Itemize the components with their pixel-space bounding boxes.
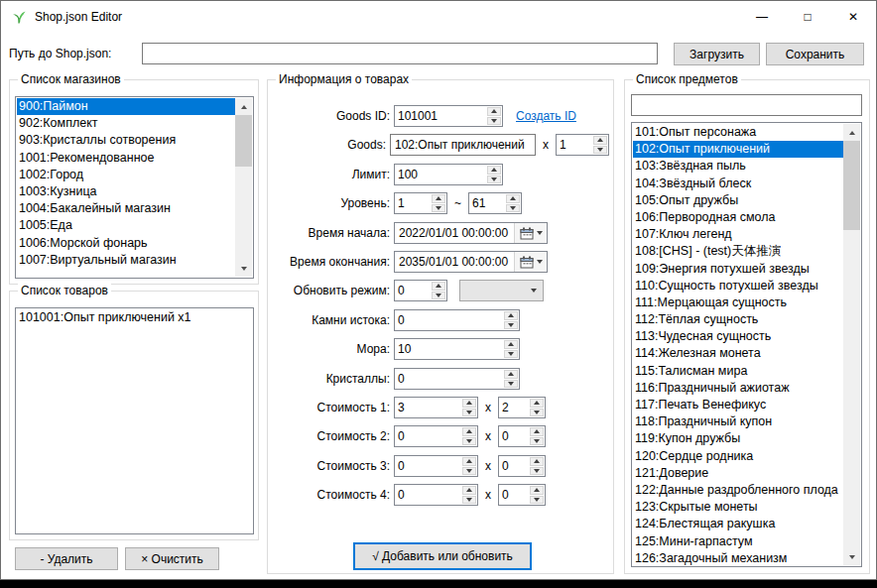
list-item[interactable]: 123:Скрытые монеты bbox=[633, 499, 843, 516]
goods-id-stepper[interactable] bbox=[394, 105, 503, 127]
list-item[interactable]: 110:Сущность потухшей звезды bbox=[633, 278, 843, 294]
spin-down-button[interactable] bbox=[530, 496, 544, 505]
maximize-button[interactable]: □ bbox=[785, 1, 830, 32]
spin-down-button[interactable] bbox=[487, 176, 501, 184]
list-item[interactable]: 1002:Город bbox=[17, 167, 235, 183]
cost4-count-input[interactable] bbox=[499, 485, 529, 505]
spin-down-button[interactable] bbox=[462, 437, 476, 446]
items-scrollbar[interactable] bbox=[843, 124, 860, 565]
scroll-down-button[interactable] bbox=[843, 548, 860, 565]
cost3-count-stepper[interactable] bbox=[498, 455, 546, 477]
list-item[interactable]: 122:Данные раздробленного плода bbox=[633, 482, 843, 499]
spin-down-button[interactable] bbox=[462, 409, 476, 417]
list-item[interactable]: 101001:Опыт приключений x1 bbox=[17, 309, 252, 326]
cost1-id-stepper[interactable] bbox=[394, 397, 478, 418]
limit-stepper[interactable] bbox=[394, 164, 503, 185]
cost2-id-input[interactable] bbox=[395, 426, 461, 446]
list-item[interactable]: 107:Ключ легенд bbox=[633, 226, 843, 243]
list-item[interactable]: 1006:Морской фонарь bbox=[17, 235, 235, 252]
spin-down-button[interactable] bbox=[462, 467, 476, 476]
list-item[interactable]: 1007:Виртуальный магазин bbox=[17, 252, 235, 269]
list-item[interactable]: 112:Тёплая сущность bbox=[633, 311, 843, 328]
list-item[interactable]: 104:Звёздный блеск bbox=[633, 176, 843, 192]
shops-listbox[interactable]: 900:Паймон902:Комплект903:Кристаллы сотв… bbox=[15, 96, 254, 279]
item-search-input[interactable] bbox=[631, 94, 862, 116]
list-item[interactable]: 1003:Кузница bbox=[17, 183, 235, 200]
scroll-down-button[interactable] bbox=[235, 260, 252, 277]
spin-down-button[interactable] bbox=[504, 321, 518, 330]
path-input[interactable] bbox=[142, 43, 658, 64]
list-item[interactable]: 1001:Рекомендованное bbox=[17, 150, 235, 167]
list-item[interactable]: 109:Энергия потухшей звезды bbox=[633, 261, 843, 278]
cost4-count-stepper[interactable] bbox=[498, 484, 546, 506]
level-min-input[interactable] bbox=[395, 193, 431, 213]
minimize-button[interactable]: — bbox=[739, 1, 785, 32]
cost2-count-stepper[interactable] bbox=[498, 425, 546, 447]
primogems-input[interactable] bbox=[395, 310, 503, 330]
load-button[interactable]: Загрузить bbox=[674, 43, 760, 65]
cost3-id-input[interactable] bbox=[395, 456, 461, 476]
spin-up-button[interactable] bbox=[487, 166, 501, 175]
spin-up-button[interactable] bbox=[432, 282, 445, 291]
spin-up-button[interactable] bbox=[462, 427, 476, 436]
goods-input[interactable] bbox=[390, 134, 536, 156]
spin-up-button[interactable] bbox=[432, 194, 445, 203]
list-item[interactable]: 105:Опыт дружбы bbox=[633, 192, 843, 209]
spin-up-button[interactable] bbox=[506, 194, 520, 203]
list-item[interactable]: 1005:Еда bbox=[17, 217, 235, 234]
cost1-count-stepper[interactable] bbox=[498, 397, 546, 418]
list-item[interactable]: 126:Загадочный механизм bbox=[633, 550, 843, 565]
list-item[interactable]: 111:Мерцающая сущность bbox=[633, 294, 843, 311]
list-item[interactable]: 115:Талисман мира bbox=[633, 363, 843, 380]
cost1-count-input[interactable] bbox=[499, 398, 529, 417]
list-item[interactable]: 117:Печать Венефикус bbox=[633, 397, 843, 413]
spin-up-button[interactable] bbox=[530, 399, 544, 408]
mora-stepper[interactable] bbox=[394, 338, 520, 360]
spin-down-button[interactable] bbox=[462, 496, 476, 505]
scroll-thumb[interactable] bbox=[843, 141, 860, 230]
list-item[interactable]: 124:Блестящая ракушка bbox=[633, 516, 843, 532]
list-item[interactable]: 902:Комплект bbox=[17, 115, 235, 132]
items-listbox[interactable]: 101:Опыт персонажа102:Опыт приключений10… bbox=[631, 122, 862, 567]
spin-up-button[interactable] bbox=[530, 427, 544, 436]
cost3-count-input[interactable] bbox=[499, 456, 529, 476]
spin-down-button[interactable] bbox=[593, 146, 607, 155]
list-item[interactable]: 125:Мини-гарпастум bbox=[633, 533, 843, 550]
cost4-id-stepper[interactable] bbox=[394, 484, 478, 506]
spin-down-button[interactable] bbox=[504, 380, 518, 389]
spin-down-button[interactable] bbox=[530, 467, 544, 476]
list-item[interactable]: 119:Купон дружбы bbox=[633, 430, 843, 447]
shops-scrollbar[interactable] bbox=[235, 98, 252, 277]
create-id-link[interactable]: Создать ID bbox=[516, 105, 576, 127]
spin-up-button[interactable] bbox=[530, 457, 544, 466]
cost3-id-stepper[interactable] bbox=[394, 455, 478, 477]
add-or-update-button[interactable]: √ Добавить или обновить bbox=[353, 542, 532, 570]
list-item[interactable]: 101:Опыт персонажа bbox=[633, 124, 843, 141]
list-item[interactable]: 113:Чудесная сущность bbox=[633, 328, 843, 345]
spin-down-button[interactable] bbox=[487, 117, 501, 126]
spin-down-button[interactable] bbox=[530, 437, 544, 446]
cost2-id-stepper[interactable] bbox=[394, 425, 478, 447]
goods-listbox[interactable]: 101001:Опыт приключений x1 bbox=[15, 307, 254, 534]
scroll-up-button[interactable] bbox=[235, 98, 252, 115]
spin-up-button[interactable] bbox=[462, 486, 476, 495]
spin-up-button[interactable] bbox=[504, 370, 518, 379]
list-item[interactable]: 106:Первородная смола bbox=[633, 209, 843, 226]
goods-count-input[interactable] bbox=[557, 135, 592, 155]
list-item[interactable]: 102:Опыт приключений bbox=[633, 141, 843, 158]
spin-up-button[interactable] bbox=[504, 311, 518, 320]
limit-input[interactable] bbox=[395, 165, 486, 184]
goods-id-input[interactable] bbox=[395, 106, 486, 126]
spin-up-button[interactable] bbox=[593, 136, 607, 145]
delete-button[interactable]: - Удалить bbox=[15, 547, 118, 570]
list-item[interactable]: 116:Праздничный ажиотаж bbox=[633, 380, 843, 397]
refresh-mode-input[interactable] bbox=[395, 281, 431, 300]
spin-down-button[interactable] bbox=[506, 204, 520, 213]
level-max-stepper[interactable] bbox=[468, 192, 522, 214]
scroll-thumb[interactable] bbox=[235, 115, 252, 167]
cost2-count-input[interactable] bbox=[499, 426, 529, 446]
list-item[interactable]: 114:Железная монета bbox=[633, 345, 843, 362]
list-item[interactable]: 900:Паймон bbox=[17, 98, 235, 115]
list-item[interactable]: 120:Сердце родника bbox=[633, 448, 843, 465]
end-time-picker[interactable]: 2035/01/01 00:00:00 bbox=[394, 251, 548, 273]
